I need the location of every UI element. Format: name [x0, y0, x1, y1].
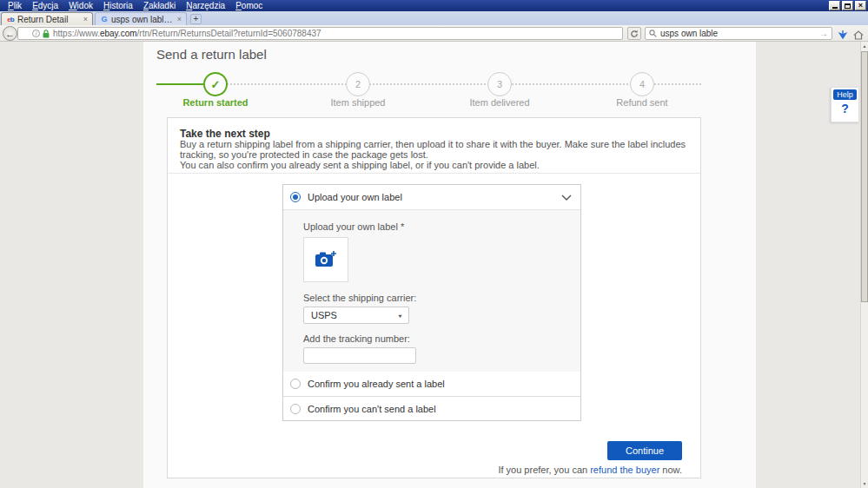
scroll-down-icon[interactable]: ▼: [861, 479, 868, 488]
tracking-label: Add the tracking number:: [303, 333, 580, 344]
url-path: /rtn/Return/ReturnsDetail?returnId=50607…: [137, 29, 321, 38]
label-options-group: Upload your own label Upload your own la…: [282, 184, 581, 421]
radio-already-sent[interactable]: [290, 379, 301, 389]
option-already-sent[interactable]: Confirm you already sent a label: [283, 372, 580, 396]
step-label-item-delivered: Item delivered: [447, 97, 552, 108]
option-label: Confirm you can't send a label: [308, 404, 572, 414]
tab-title: usps own lable - Szukaj w ...: [111, 15, 174, 24]
radio-cant-send[interactable]: [290, 404, 301, 414]
vertical-scrollbar[interactable]: ▲ ▼: [860, 42, 868, 488]
option-label: Confirm you already sent a label: [308, 379, 572, 389]
carrier-label: Select the shipping carrier:: [303, 293, 580, 303]
upload-field-label: Upload your own label *: [303, 221, 580, 232]
google-favicon-icon: G: [100, 15, 109, 23]
back-button[interactable]: ←: [3, 26, 17, 41]
https-lock-icon: [43, 30, 50, 38]
help-question-icon[interactable]: ?: [841, 102, 849, 115]
menu-tools[interactable]: Narzędzia: [181, 0, 230, 11]
footer-text: now.: [659, 465, 682, 475]
menu-bookmarks[interactable]: Zakładki: [138, 0, 181, 11]
tab-return-detail[interactable]: eb Return Detail ×: [1, 12, 93, 25]
reload-button[interactable]: [627, 27, 641, 40]
search-go-icon[interactable]: →: [819, 29, 828, 38]
close-button[interactable]: ×: [855, 1, 866, 10]
option-upload-own-label[interactable]: Upload your own label: [283, 185, 580, 209]
step-circle-item-delivered: 3: [487, 72, 512, 96]
upload-photo-tile[interactable]: [303, 237, 348, 282]
ebay-favicon-icon: eb: [6, 15, 15, 23]
page-title: Send a return label: [156, 47, 267, 62]
step-circle-refund-sent: 4: [630, 72, 654, 96]
menubar: Plik Edycja Widok Historia Zakładki Narz…: [3, 0, 268, 11]
menu-history[interactable]: Historia: [98, 0, 138, 11]
reload-icon: [630, 30, 639, 38]
menu-edit[interactable]: Edycja: [27, 0, 63, 11]
search-icon: [649, 30, 657, 37]
menu-help[interactable]: Pomoc: [230, 0, 268, 11]
window-controls: ×: [829, 1, 866, 10]
carrier-select[interactable]: USPS ▼: [303, 307, 409, 324]
minimize-button[interactable]: [829, 1, 840, 10]
menu-file[interactable]: Plik: [3, 0, 27, 11]
window-titlebar: Plik Edycja Widok Historia Zakładki Narz…: [0, 0, 868, 11]
search-input[interactable]: [660, 29, 819, 38]
step-circle-item-shipped: 2: [346, 72, 370, 96]
step-circle-return-started: ✓: [203, 72, 228, 96]
minimize-icon: [832, 7, 838, 9]
footer-text: If you prefer, you can: [498, 465, 590, 475]
option-cant-send[interactable]: Confirm you can't send a label: [283, 396, 580, 420]
tab-google-search[interactable]: G usps own lable - Szukaj w ... ×: [95, 12, 187, 25]
refund-footer: If you prefer, you can refund the buyer …: [498, 465, 682, 475]
tab-title: Return Detail: [17, 15, 80, 24]
navigation-toolbar: ← i https://www.ebay.com/rtn/Return/Retu…: [0, 25, 868, 42]
download-icon: [838, 30, 848, 40]
select-caret-icon: ▼: [397, 313, 403, 318]
tab-bar: eb Return Detail × G usps own lable - Sz…: [0, 11, 868, 25]
upload-label-panel: Upload your own label * Select the shipp…: [283, 209, 580, 372]
address-bar[interactable]: i https://www.ebay.com/rtn/Return/Return…: [17, 27, 623, 40]
restore-icon: [845, 3, 851, 9]
step-label-item-shipped: Item shipped: [306, 97, 410, 108]
card-description-2: You can also confirm you already sent a …: [180, 161, 691, 171]
continue-button[interactable]: Continue: [607, 441, 682, 460]
url-domain: ebay.com: [100, 29, 137, 38]
check-icon: ✓: [211, 78, 221, 91]
refund-buyer-link[interactable]: refund the buyer: [590, 465, 659, 475]
radio-upload-own-label[interactable]: [290, 192, 301, 202]
carrier-selected-value: USPS: [311, 310, 337, 320]
divider: [168, 173, 700, 174]
tab-close-icon[interactable]: ×: [83, 16, 88, 23]
card-description-1: Buy a return shipping label from a shipp…: [180, 140, 691, 160]
browser-viewport: Send a return label ✓ 2 3 4 Return start…: [0, 42, 868, 488]
stepper-progress-line: [156, 83, 203, 85]
restore-button[interactable]: [842, 1, 853, 10]
step-label-refund-sent: Refund sent: [590, 97, 694, 108]
tab-close-icon[interactable]: ×: [177, 16, 182, 23]
camera-add-icon: [315, 250, 337, 269]
help-widget: Help ?: [831, 87, 859, 122]
step-label-return-started: Return started: [163, 97, 268, 108]
option-label: Upload your own label: [308, 192, 561, 202]
stepper-dotted-line: [215, 83, 701, 85]
scrollbar-thumb[interactable]: [861, 51, 868, 302]
chevron-down-icon[interactable]: [561, 195, 572, 201]
scroll-up-icon[interactable]: ▲: [861, 42, 868, 50]
menu-view[interactable]: Widok: [63, 0, 98, 11]
new-tab-button[interactable]: +: [190, 14, 202, 24]
help-button[interactable]: Help: [833, 89, 857, 100]
card-heading: Take the next step: [180, 128, 688, 140]
take-next-step-card: Take the next step Buy a return shipping…: [167, 117, 701, 478]
home-icon: [853, 30, 864, 40]
url-scheme: https://www.: [53, 29, 100, 38]
tracking-number-input[interactable]: [303, 347, 416, 364]
page-info-icon[interactable]: i: [32, 30, 40, 37]
search-box: →: [645, 27, 832, 40]
